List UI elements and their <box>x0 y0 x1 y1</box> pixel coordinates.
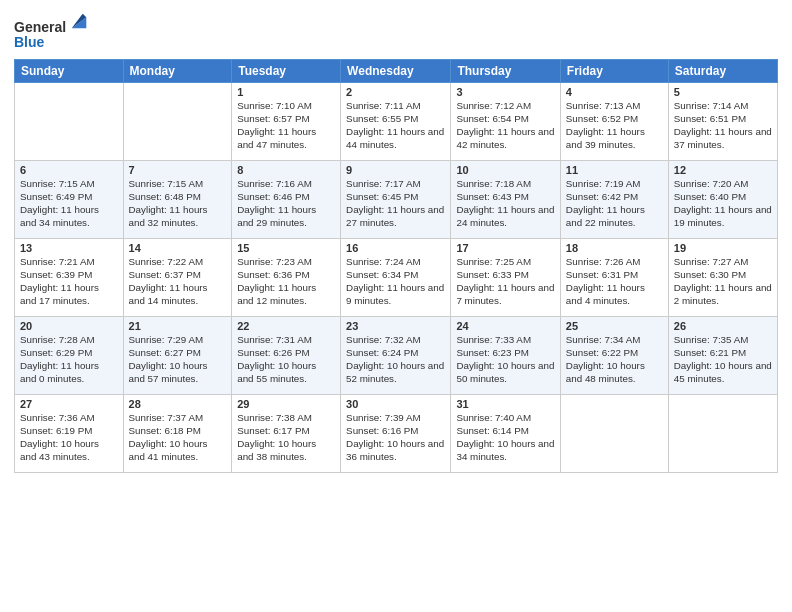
day-number: 8 <box>237 164 335 176</box>
day-info: Sunrise: 7:40 AM Sunset: 6:14 PM Dayligh… <box>456 411 554 464</box>
day-info: Sunrise: 7:37 AM Sunset: 6:18 PM Dayligh… <box>129 411 227 464</box>
calendar-header-saturday: Saturday <box>668 59 777 82</box>
day-info: Sunrise: 7:17 AM Sunset: 6:45 PM Dayligh… <box>346 177 445 230</box>
calendar-cell: 31Sunrise: 7:40 AM Sunset: 6:14 PM Dayli… <box>451 394 560 472</box>
calendar-cell: 12Sunrise: 7:20 AM Sunset: 6:40 PM Dayli… <box>668 160 777 238</box>
day-number: 20 <box>20 320 118 332</box>
day-info: Sunrise: 7:35 AM Sunset: 6:21 PM Dayligh… <box>674 333 772 386</box>
calendar-cell: 6Sunrise: 7:15 AM Sunset: 6:49 PM Daylig… <box>15 160 124 238</box>
day-number: 23 <box>346 320 445 332</box>
calendar-cell: 27Sunrise: 7:36 AM Sunset: 6:19 PM Dayli… <box>15 394 124 472</box>
day-info: Sunrise: 7:19 AM Sunset: 6:42 PM Dayligh… <box>566 177 663 230</box>
day-number: 4 <box>566 86 663 98</box>
calendar-cell: 29Sunrise: 7:38 AM Sunset: 6:17 PM Dayli… <box>232 394 341 472</box>
day-info: Sunrise: 7:34 AM Sunset: 6:22 PM Dayligh… <box>566 333 663 386</box>
day-number: 30 <box>346 398 445 410</box>
calendar-cell: 18Sunrise: 7:26 AM Sunset: 6:31 PM Dayli… <box>560 238 668 316</box>
calendar-cell: 19Sunrise: 7:27 AM Sunset: 6:30 PM Dayli… <box>668 238 777 316</box>
day-info: Sunrise: 7:22 AM Sunset: 6:37 PM Dayligh… <box>129 255 227 308</box>
day-number: 19 <box>674 242 772 254</box>
calendar-cell: 11Sunrise: 7:19 AM Sunset: 6:42 PM Dayli… <box>560 160 668 238</box>
day-number: 17 <box>456 242 554 254</box>
calendar-cell: 4Sunrise: 7:13 AM Sunset: 6:52 PM Daylig… <box>560 82 668 160</box>
calendar-cell: 21Sunrise: 7:29 AM Sunset: 6:27 PM Dayli… <box>123 316 232 394</box>
day-info: Sunrise: 7:39 AM Sunset: 6:16 PM Dayligh… <box>346 411 445 464</box>
day-info: Sunrise: 7:26 AM Sunset: 6:31 PM Dayligh… <box>566 255 663 308</box>
day-number: 27 <box>20 398 118 410</box>
day-number: 28 <box>129 398 227 410</box>
calendar-week-5: 27Sunrise: 7:36 AM Sunset: 6:19 PM Dayli… <box>15 394 778 472</box>
day-info: Sunrise: 7:27 AM Sunset: 6:30 PM Dayligh… <box>674 255 772 308</box>
day-number: 22 <box>237 320 335 332</box>
calendar-header-wednesday: Wednesday <box>341 59 451 82</box>
day-number: 24 <box>456 320 554 332</box>
calendar-cell: 20Sunrise: 7:28 AM Sunset: 6:29 PM Dayli… <box>15 316 124 394</box>
day-info: Sunrise: 7:29 AM Sunset: 6:27 PM Dayligh… <box>129 333 227 386</box>
day-info: Sunrise: 7:24 AM Sunset: 6:34 PM Dayligh… <box>346 255 445 308</box>
calendar-week-1: 1Sunrise: 7:10 AM Sunset: 6:57 PM Daylig… <box>15 82 778 160</box>
calendar-cell: 1Sunrise: 7:10 AM Sunset: 6:57 PM Daylig… <box>232 82 341 160</box>
calendar-cell: 25Sunrise: 7:34 AM Sunset: 6:22 PM Dayli… <box>560 316 668 394</box>
calendar-cell: 23Sunrise: 7:32 AM Sunset: 6:24 PM Dayli… <box>341 316 451 394</box>
day-number: 3 <box>456 86 554 98</box>
day-number: 6 <box>20 164 118 176</box>
calendar-cell: 10Sunrise: 7:18 AM Sunset: 6:43 PM Dayli… <box>451 160 560 238</box>
logo-general-text: General <box>14 19 66 35</box>
calendar-cell: 2Sunrise: 7:11 AM Sunset: 6:55 PM Daylig… <box>341 82 451 160</box>
header: General Blue <box>14 10 778 51</box>
day-number: 16 <box>346 242 445 254</box>
day-info: Sunrise: 7:11 AM Sunset: 6:55 PM Dayligh… <box>346 99 445 152</box>
calendar-header-row: SundayMondayTuesdayWednesdayThursdayFrid… <box>15 59 778 82</box>
day-info: Sunrise: 7:33 AM Sunset: 6:23 PM Dayligh… <box>456 333 554 386</box>
calendar-cell: 13Sunrise: 7:21 AM Sunset: 6:39 PM Dayli… <box>15 238 124 316</box>
day-info: Sunrise: 7:23 AM Sunset: 6:36 PM Dayligh… <box>237 255 335 308</box>
day-number: 14 <box>129 242 227 254</box>
calendar-cell: 3Sunrise: 7:12 AM Sunset: 6:54 PM Daylig… <box>451 82 560 160</box>
day-number: 13 <box>20 242 118 254</box>
day-info: Sunrise: 7:20 AM Sunset: 6:40 PM Dayligh… <box>674 177 772 230</box>
day-number: 29 <box>237 398 335 410</box>
calendar-cell: 9Sunrise: 7:17 AM Sunset: 6:45 PM Daylig… <box>341 160 451 238</box>
calendar-table: SundayMondayTuesdayWednesdayThursdayFrid… <box>14 59 778 473</box>
calendar-header-sunday: Sunday <box>15 59 124 82</box>
day-number: 12 <box>674 164 772 176</box>
day-number: 9 <box>346 164 445 176</box>
logo: General Blue <box>14 10 90 51</box>
calendar-cell: 7Sunrise: 7:15 AM Sunset: 6:48 PM Daylig… <box>123 160 232 238</box>
day-number: 25 <box>566 320 663 332</box>
day-info: Sunrise: 7:15 AM Sunset: 6:49 PM Dayligh… <box>20 177 118 230</box>
calendar-cell <box>15 82 124 160</box>
calendar-week-4: 20Sunrise: 7:28 AM Sunset: 6:29 PM Dayli… <box>15 316 778 394</box>
day-info: Sunrise: 7:12 AM Sunset: 6:54 PM Dayligh… <box>456 99 554 152</box>
calendar-cell: 14Sunrise: 7:22 AM Sunset: 6:37 PM Dayli… <box>123 238 232 316</box>
calendar-cell: 16Sunrise: 7:24 AM Sunset: 6:34 PM Dayli… <box>341 238 451 316</box>
day-number: 26 <box>674 320 772 332</box>
calendar-cell: 28Sunrise: 7:37 AM Sunset: 6:18 PM Dayli… <box>123 394 232 472</box>
calendar-cell: 15Sunrise: 7:23 AM Sunset: 6:36 PM Dayli… <box>232 238 341 316</box>
day-info: Sunrise: 7:10 AM Sunset: 6:57 PM Dayligh… <box>237 99 335 152</box>
day-info: Sunrise: 7:18 AM Sunset: 6:43 PM Dayligh… <box>456 177 554 230</box>
calendar-cell: 17Sunrise: 7:25 AM Sunset: 6:33 PM Dayli… <box>451 238 560 316</box>
calendar-cell: 22Sunrise: 7:31 AM Sunset: 6:26 PM Dayli… <box>232 316 341 394</box>
day-number: 2 <box>346 86 445 98</box>
calendar-cell <box>560 394 668 472</box>
calendar-week-3: 13Sunrise: 7:21 AM Sunset: 6:39 PM Dayli… <box>15 238 778 316</box>
logo-blue-text: Blue <box>14 34 44 50</box>
day-info: Sunrise: 7:36 AM Sunset: 6:19 PM Dayligh… <box>20 411 118 464</box>
day-number: 31 <box>456 398 554 410</box>
calendar-header-friday: Friday <box>560 59 668 82</box>
day-number: 10 <box>456 164 554 176</box>
day-info: Sunrise: 7:16 AM Sunset: 6:46 PM Dayligh… <box>237 177 335 230</box>
calendar-cell: 26Sunrise: 7:35 AM Sunset: 6:21 PM Dayli… <box>668 316 777 394</box>
calendar-cell: 8Sunrise: 7:16 AM Sunset: 6:46 PM Daylig… <box>232 160 341 238</box>
day-info: Sunrise: 7:25 AM Sunset: 6:33 PM Dayligh… <box>456 255 554 308</box>
calendar-cell: 5Sunrise: 7:14 AM Sunset: 6:51 PM Daylig… <box>668 82 777 160</box>
page: General Blue SundayMondayTuesdayWednesda… <box>0 0 792 612</box>
day-info: Sunrise: 7:32 AM Sunset: 6:24 PM Dayligh… <box>346 333 445 386</box>
day-number: 15 <box>237 242 335 254</box>
day-number: 11 <box>566 164 663 176</box>
day-info: Sunrise: 7:14 AM Sunset: 6:51 PM Dayligh… <box>674 99 772 152</box>
day-info: Sunrise: 7:28 AM Sunset: 6:29 PM Dayligh… <box>20 333 118 386</box>
calendar-cell: 24Sunrise: 7:33 AM Sunset: 6:23 PM Dayli… <box>451 316 560 394</box>
day-info: Sunrise: 7:21 AM Sunset: 6:39 PM Dayligh… <box>20 255 118 308</box>
